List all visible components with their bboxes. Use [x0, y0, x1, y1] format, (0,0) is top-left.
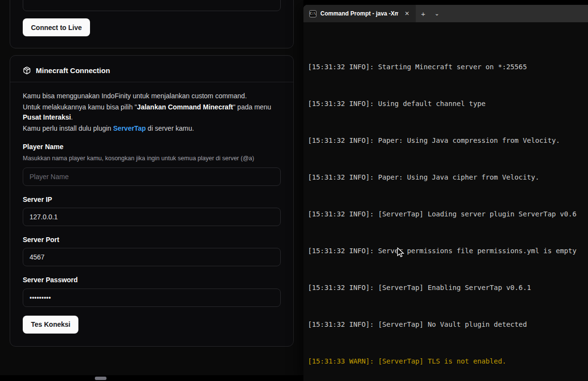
- terminal-line: [15:31:32 INFO]: Server permissions file…: [308, 246, 588, 256]
- description-line-2: Untuk melakukannya kamu bisa pilih "Jala…: [23, 102, 281, 122]
- terminal-tab-command-prompt[interactable]: C:\ Command Prompt - java -Xm ✕: [303, 5, 416, 22]
- horizontal-scrollbar-thumb[interactable]: [95, 377, 106, 380]
- connect-to-live-button[interactable]: Connect to Live: [23, 18, 90, 36]
- terminal-line: [15:31:32 INFO]: Starting Minecraft serv…: [308, 62, 588, 72]
- description-line-3: Kamu perlu install dulu plugin ServerTap…: [23, 123, 281, 133]
- page-footer-strip: [0, 375, 303, 381]
- terminal-line: [15:31:33 WARN]: [ServerTap] TLS is not …: [308, 357, 588, 366]
- live-connection-card: Connect to Live: [10, 0, 294, 48]
- player-name-hint: Masukkan nama player kamu, kosongkan jik…: [23, 154, 281, 163]
- server-port-input[interactable]: [23, 248, 281, 266]
- server-ip-input[interactable]: [23, 208, 281, 226]
- terminal-output[interactable]: [15:31:32 INFO]: Starting Minecraft serv…: [303, 22, 588, 381]
- terminal-line: [15:31:32 INFO]: Paper: Using Java compr…: [308, 136, 588, 145]
- card-title: Minecraft Connection: [36, 66, 110, 75]
- card-body: Kamu bisa menggunakan IndoFinity untuk m…: [10, 82, 293, 346]
- terminal-window: C:\ Command Prompt - java -Xm ✕ + ⌄ [15:…: [303, 5, 588, 381]
- description-line-1: Kamu bisa menggunakan IndoFinity untuk m…: [23, 91, 281, 101]
- player-name-input[interactable]: [23, 168, 281, 186]
- terminal-tab-bar: C:\ Command Prompt - java -Xm ✕ + ⌄: [303, 5, 588, 22]
- terminal-line: [15:31:32 INFO]: [ServerTap] No Vault pl…: [308, 320, 588, 329]
- new-tab-button[interactable]: +: [416, 7, 431, 20]
- terminal-line: [15:31:32 INFO]: Using default channel t…: [308, 99, 588, 108]
- box-icon: [23, 66, 31, 75]
- minecraft-connection-card: Minecraft Connection Kamu bisa menggunak…: [10, 55, 294, 347]
- terminal-line: [15:31:32 INFO]: [ServerTap] Loading ser…: [308, 210, 588, 219]
- server-password-label: Server Password: [23, 275, 281, 285]
- player-name-label: Player Name: [23, 142, 281, 152]
- test-connection-button[interactable]: Tes Koneksi: [23, 316, 78, 334]
- tab-close-icon[interactable]: ✕: [402, 9, 412, 18]
- cmd-icon: C:\: [309, 10, 317, 17]
- server-port-label: Server Port: [23, 235, 281, 244]
- tab-title: Command Prompt - java -Xm: [320, 10, 398, 17]
- app-panel: Connect to Live Minecraft Connection Kam…: [0, 0, 303, 375]
- card-header: Minecraft Connection: [10, 56, 293, 82]
- servertap-link[interactable]: ServerTap: [113, 124, 146, 132]
- live-url-input[interactable]: [23, 0, 281, 11]
- tab-dropdown-icon[interactable]: ⌄: [431, 7, 443, 20]
- server-ip-label: Server IP: [23, 195, 281, 204]
- server-password-input[interactable]: [23, 289, 281, 307]
- terminal-line: [15:31:32 INFO]: [ServerTap] Enabling Se…: [308, 283, 588, 292]
- terminal-line: [15:31:32 INFO]: Paper: Using Java ciphe…: [308, 173, 588, 182]
